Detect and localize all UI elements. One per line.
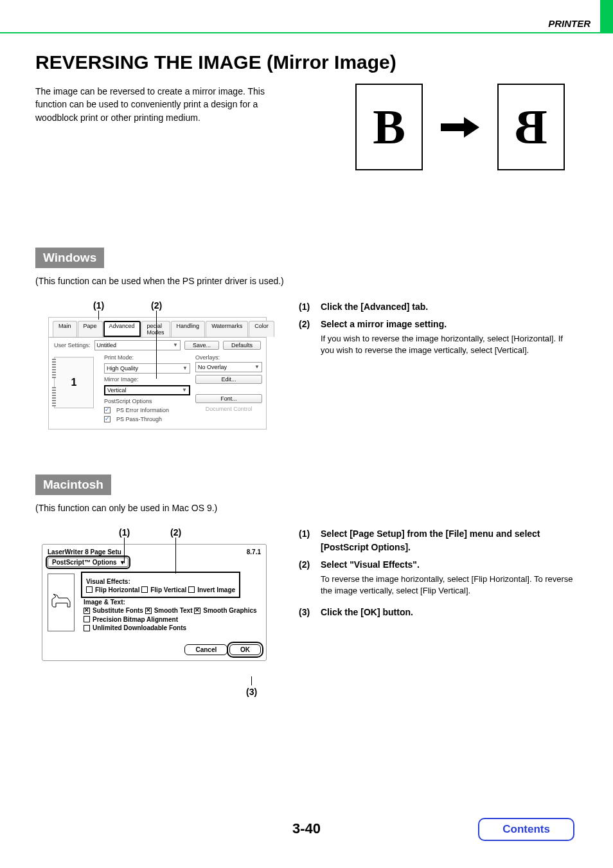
step-title: Select a mirror image setting. (321, 318, 578, 331)
svg-rect-0 (441, 123, 464, 131)
tab-bar: Main Pape Advanced pecial Modes Handling… (49, 318, 266, 338)
preview-thumbnail: 1 (54, 357, 94, 408)
windows-dialog: Main Pape Advanced pecial Modes Handling… (48, 317, 267, 429)
cancel-button[interactable]: Cancel (184, 644, 227, 655)
dog-icon (48, 593, 74, 612)
windows-screenshot: (1) (2) Main Pape Advanced pecial Modes … (35, 300, 273, 429)
windows-note: (This function can be used when the PS p… (35, 276, 578, 286)
precision-bitmap-checkbox[interactable] (84, 616, 90, 622)
edit-button[interactable]: Edit... (195, 375, 262, 384)
svg-marker-1 (464, 117, 479, 138)
invert-image-checkbox[interactable] (188, 586, 195, 593)
intro-text: The image can be reversed to create a mi… (35, 85, 292, 124)
overlays-dropdown[interactable]: No Overlay▼ (195, 362, 262, 372)
mac-note: (This function can only be used in Mac O… (35, 503, 578, 513)
defaults-button[interactable]: Defaults (223, 341, 261, 350)
print-mode-label: Print Mode: (104, 354, 190, 361)
step-num: (2) (299, 558, 321, 602)
smooth-graphics-checkbox[interactable] (194, 608, 200, 614)
ps-options-group: PostScript Options (104, 398, 190, 404)
page-number: 3-40 (292, 820, 321, 837)
document-control-label: Document Control (195, 406, 262, 412)
user-settings-label: User Settings: (54, 342, 91, 348)
ps-error-checkbox[interactable] (104, 407, 111, 413)
mac-preview-thumbnail (48, 574, 75, 631)
tab-paper[interactable]: Pape (78, 321, 103, 337)
image-text-group: Image & Text: (84, 599, 261, 606)
header-accent-bar (600, 0, 613, 33)
visual-effects-group: Visual Effects: Flip Horizontal Flip Ver… (84, 574, 238, 596)
diagram-letter-original: B (355, 84, 423, 170)
mac-callout-3: (3) (246, 687, 257, 697)
tab-watermarks[interactable]: Watermarks (206, 321, 248, 337)
step-num: (2) (299, 318, 321, 361)
mac-callout-2: (2) (170, 527, 181, 538)
arrow-icon (441, 114, 479, 140)
callout-1: (1) (93, 300, 104, 311)
overlays-label: Overlays: (195, 354, 262, 361)
breadcrumb: PRINTER (548, 18, 591, 29)
step-title: Click the [Advanced] tab. (321, 300, 428, 314)
windows-heading: Windows (35, 248, 104, 268)
font-button[interactable]: Font... (195, 394, 262, 403)
step-title: Select "Visual Effects". (321, 558, 578, 572)
step-desc: If you wish to reverse the image horizon… (321, 333, 578, 356)
mac-dialog-title: LaserWriter 8 Page Setu (48, 548, 121, 556)
smooth-text-checkbox[interactable] (145, 608, 152, 614)
callout-2: (2) (151, 300, 162, 311)
mirror-image-dropdown[interactable]: Vertical▼ (104, 385, 190, 395)
step-title: Select [Page Setup] from the [File] menu… (321, 527, 578, 554)
step-num: (1) (299, 300, 321, 314)
unlimited-fonts-checkbox[interactable] (84, 625, 90, 631)
save-button[interactable]: Save... (184, 341, 219, 350)
contents-button[interactable]: Contents (478, 818, 574, 841)
substitute-fonts-checkbox[interactable] (84, 608, 90, 614)
flip-vertical-checkbox[interactable] (141, 586, 148, 593)
windows-steps: (1) Click the [Advanced] tab. (2) Select… (299, 300, 578, 365)
mirror-diagram: B B (355, 84, 565, 170)
mirror-image-label: Mirror Image: (104, 376, 190, 383)
flip-horizontal-checkbox[interactable] (86, 586, 93, 593)
tab-job[interactable]: Handling (171, 321, 206, 337)
print-mode-dropdown[interactable]: High Quality▼ (104, 363, 190, 374)
mac-screenshot: (1) (2) LaserWriter 8 Page Setu 8.7.1 Po… (35, 527, 273, 661)
step-title: Click the [OK] button. (321, 606, 413, 619)
user-settings-dropdown[interactable]: Untitled▼ (94, 340, 181, 350)
ok-button[interactable]: OK (229, 644, 261, 655)
tab-color[interactable]: Color (249, 321, 274, 337)
header-rule (0, 32, 600, 33)
mac-callout-1: (1) (119, 527, 130, 538)
mac-dialog-version: 8.7.1 (247, 548, 261, 556)
step-num: (3) (299, 606, 321, 619)
postscript-options-select[interactable]: PostScript™ Options▾ (48, 557, 129, 567)
ps-pass-checkbox[interactable] (104, 416, 111, 422)
mac-dialog: LaserWriter 8 Page Setu 8.7.1 PostScript… (42, 544, 267, 661)
page-title: REVERSING THE IMAGE (Mirror Image) (35, 51, 578, 73)
tab-advanced[interactable]: Advanced (103, 321, 141, 337)
mac-heading: Macintosh (35, 475, 111, 495)
tab-main[interactable]: Main (53, 321, 77, 337)
step-desc: To reverse the image horizontally, selec… (321, 574, 578, 597)
step-num: (1) (299, 527, 321, 554)
diagram-letter-mirrored: B (497, 84, 565, 170)
mac-steps: (1) Select [Page Setup] from the [File] … (299, 527, 578, 623)
